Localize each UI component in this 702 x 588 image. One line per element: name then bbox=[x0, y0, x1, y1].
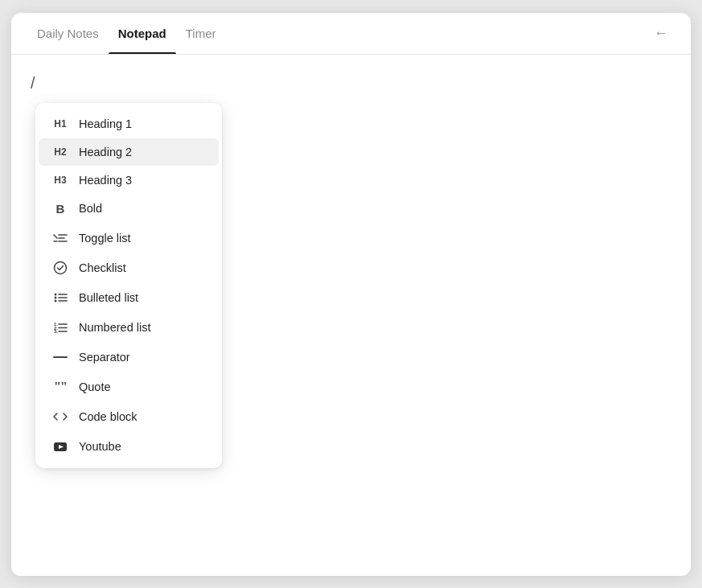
checklist-icon bbox=[51, 261, 69, 275]
menu-item-quote[interactable]: " " Quote bbox=[39, 372, 219, 401]
tab-bar: Daily Notes Notepad Timer ← bbox=[11, 13, 691, 55]
editor-area[interactable]: / H1 Heading 1 H2 Heading 2 H3 Heading 3… bbox=[11, 55, 691, 576]
h3-icon: H3 bbox=[51, 175, 69, 186]
menu-label-heading1: Heading 1 bbox=[79, 117, 132, 130]
svg-line-0 bbox=[54, 235, 57, 238]
menu-item-bold[interactable]: B Bold bbox=[39, 195, 219, 223]
block-type-dropdown: H1 Heading 1 H2 Heading 2 H3 Heading 3 B… bbox=[35, 103, 222, 468]
menu-item-checklist[interactable]: Checklist bbox=[39, 253, 219, 282]
toggle-list-icon bbox=[51, 231, 69, 245]
svg-point-6 bbox=[55, 293, 57, 295]
menu-item-separator[interactable]: Separator bbox=[39, 343, 219, 372]
menu-label-youtube: Youtube bbox=[79, 440, 121, 453]
menu-item-youtube[interactable]: Youtube bbox=[39, 432, 219, 461]
menu-label-code-block: Code block bbox=[79, 410, 138, 423]
tab-daily-notes[interactable]: Daily Notes bbox=[27, 14, 109, 53]
menu-item-heading3[interactable]: H3 Heading 3 bbox=[39, 167, 219, 194]
menu-label-checklist: Checklist bbox=[79, 261, 126, 274]
menu-label-heading2: Heading 2 bbox=[79, 146, 132, 158]
editor-cursor: / bbox=[31, 71, 671, 95]
menu-label-separator: Separator bbox=[79, 351, 130, 364]
menu-item-heading1[interactable]: H1 Heading 1 bbox=[39, 110, 219, 138]
svg-point-8 bbox=[55, 296, 57, 298]
collapse-sidebar-button[interactable]: ← bbox=[647, 22, 675, 45]
svg-point-10 bbox=[55, 299, 57, 302]
quote-icon: " " bbox=[51, 380, 69, 394]
h1-icon: H1 bbox=[51, 118, 69, 130]
h2-icon: H2 bbox=[51, 146, 69, 158]
svg-point-5 bbox=[55, 261, 67, 273]
menu-label-quote: Quote bbox=[79, 380, 111, 393]
menu-item-code-block[interactable]: Code block bbox=[39, 402, 219, 431]
youtube-icon bbox=[51, 439, 69, 454]
menu-item-numbered-list[interactable]: 1. 2. 3. Numbered list bbox=[39, 313, 219, 342]
menu-label-heading3: Heading 3 bbox=[79, 174, 132, 187]
menu-label-numbered-list: Numbered list bbox=[79, 321, 150, 334]
tab-timer[interactable]: Timer bbox=[176, 14, 226, 53]
menu-label-bulleted-list: Bulleted list bbox=[79, 291, 138, 304]
code-block-icon bbox=[51, 409, 69, 424]
menu-item-heading2[interactable]: H2 Heading 2 bbox=[39, 138, 219, 166]
menu-item-bulleted-list[interactable]: Bulleted list bbox=[39, 283, 219, 312]
bulleted-list-icon bbox=[51, 290, 69, 305]
numbered-list-icon: 1. 2. 3. bbox=[51, 320, 69, 335]
tab-notepad[interactable]: Notepad bbox=[109, 14, 176, 53]
separator-icon bbox=[51, 350, 69, 364]
bold-icon: B bbox=[51, 202, 69, 216]
menu-item-toggle-list[interactable]: Toggle list bbox=[39, 224, 219, 253]
svg-text:3.: 3. bbox=[54, 329, 58, 334]
svg-text:": " bbox=[60, 380, 68, 393]
menu-label-bold: Bold bbox=[79, 202, 102, 215]
menu-label-toggle-list: Toggle list bbox=[79, 232, 130, 245]
app-window: Daily Notes Notepad Timer ← / H1 Heading… bbox=[11, 13, 691, 576]
